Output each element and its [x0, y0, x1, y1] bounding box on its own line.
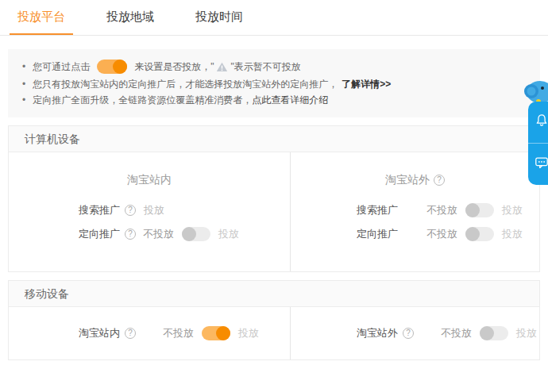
mobile-offsite-row: 淘宝站外 ? 不投放 投放	[291, 321, 539, 345]
mobile-offsite-col: 淘宝站外 ? 不投放 投放	[290, 307, 539, 359]
row-label: 搜索推广	[357, 203, 398, 217]
column-header-text: 淘宝站外	[385, 173, 430, 186]
row-label: 定向推广	[79, 227, 120, 241]
help-icon[interactable]: ?	[125, 328, 136, 339]
section-title: 移动设备	[9, 281, 539, 307]
on-label: 投放	[516, 326, 537, 340]
off-label: 不投放	[163, 326, 194, 340]
feedback-chat-button[interactable]	[528, 143, 548, 184]
bell-icon	[534, 113, 548, 131]
tab-region[interactable]: 投放地域	[98, 0, 162, 35]
section-mobile-devices: 移动设备 淘宝站内 ? 不投放 投放 淘宝站外 ? 不投放 投放	[8, 280, 540, 360]
tab-bar: 投放平台 投放地域 投放时间	[0, 0, 548, 36]
detail-intro-link[interactable]: 点此查看详细介绍	[252, 92, 328, 108]
notice-text: "表示暂不可投放	[230, 57, 300, 76]
tab-platform[interactable]: 投放平台	[10, 0, 73, 35]
mobile-onsite-toggle[interactable]	[202, 326, 230, 340]
column-header-offsite: 淘宝站外?	[291, 173, 539, 187]
section-computer-devices: 计算机设备 淘宝站内 搜索推广 ? 投放 定向推广 ? 不投放 投放	[8, 125, 540, 272]
mobile-onsite-row: 淘宝站内 ? 不投放 投放	[9, 321, 290, 345]
section-title-text: 计算机设备	[25, 133, 80, 145]
bullet: •	[22, 57, 25, 76]
targeting-offsite-row: 定向推广 不投放 投放	[291, 222, 539, 246]
search-offsite-row: 搜索推广 不投放 投放	[291, 198, 539, 222]
section-title-text: 移动设备	[25, 287, 69, 300]
off-label: 不投放	[426, 227, 457, 241]
search-onsite-row: 搜索推广 ? 投放	[9, 198, 290, 222]
notice-text: 您只有投放淘宝站内的定向推广后，才能选择投放淘宝站外的定向推广，	[33, 76, 338, 92]
column-header-text: 淘宝站内	[127, 173, 172, 186]
column-header-onsite: 淘宝站内	[9, 173, 290, 187]
row-label: 淘宝站内	[79, 326, 120, 340]
learn-more-link[interactable]: 了解详情>>	[342, 76, 391, 92]
notice-text: 您可通过点击	[33, 57, 90, 76]
comment-icon	[534, 156, 548, 173]
notice-text: 来设置是否投放，"	[134, 57, 214, 76]
help-icon[interactable]: ?	[434, 175, 445, 186]
mobile-offsite-toggle[interactable]	[480, 326, 508, 340]
help-icon[interactable]: ?	[403, 328, 414, 339]
notice-line-upgrade: • 定向推广全面升级，全链路资源位覆盖精准消费者， 点此查看详细介绍	[22, 92, 526, 108]
notice-text: 定向推广全面升级，全链路资源位覆盖精准消费者，	[33, 92, 252, 108]
notifications-bell-button[interactable]	[528, 102, 548, 143]
help-icon[interactable]: ?	[125, 205, 136, 216]
on-label: 投放	[502, 203, 523, 217]
notice-line-toggle-hint: • 您可通过点击 来设置是否投放，" "表示暂不可投放	[22, 57, 526, 76]
tab-time[interactable]: 投放时间	[187, 0, 251, 35]
column-taobao-offsite: 淘宝站外? 搜索推广 不投放 投放 定向推广 不投放 投放	[290, 152, 539, 271]
help-icon[interactable]: ?	[125, 229, 136, 240]
search-offsite-toggle[interactable]	[465, 203, 494, 217]
row-label: 淘宝站外	[357, 326, 398, 340]
bullet: •	[22, 92, 25, 108]
on-label: 投放	[218, 227, 239, 241]
targeting-offsite-toggle[interactable]	[465, 227, 494, 241]
off-label: 不投放	[441, 326, 472, 340]
notice-box: • 您可通过点击 来设置是否投放，" "表示暂不可投放 • 您只有投放淘宝站内的…	[8, 49, 540, 117]
column-taobao-onsite: 淘宝站内 搜索推广 ? 投放 定向推广 ? 不投放 投放	[9, 152, 290, 271]
off-label: 不投放	[143, 227, 174, 241]
row-label: 定向推广	[357, 227, 398, 241]
off-label: 不投放	[426, 203, 457, 217]
warning-icon	[216, 62, 228, 72]
on-label: 投放	[502, 227, 523, 241]
toggle-example-icon	[97, 60, 127, 74]
row-label: 搜索推广	[79, 203, 120, 217]
targeting-onsite-toggle[interactable]	[182, 227, 210, 241]
targeting-onsite-row: 定向推广 ? 不投放 投放	[9, 222, 290, 246]
bullet: •	[22, 76, 25, 92]
search-onsite-status: 投放	[144, 203, 164, 217]
notice-line-prerequisite: • 您只有投放淘宝站内的定向推广后，才能选择投放淘宝站外的定向推广， 了解详情>…	[22, 76, 526, 92]
on-label: 投放	[238, 326, 259, 340]
helper-panel	[528, 102, 548, 185]
section-title: 计算机设备	[9, 126, 539, 152]
mobile-onsite-col: 淘宝站内 ? 不投放 投放	[9, 307, 290, 359]
